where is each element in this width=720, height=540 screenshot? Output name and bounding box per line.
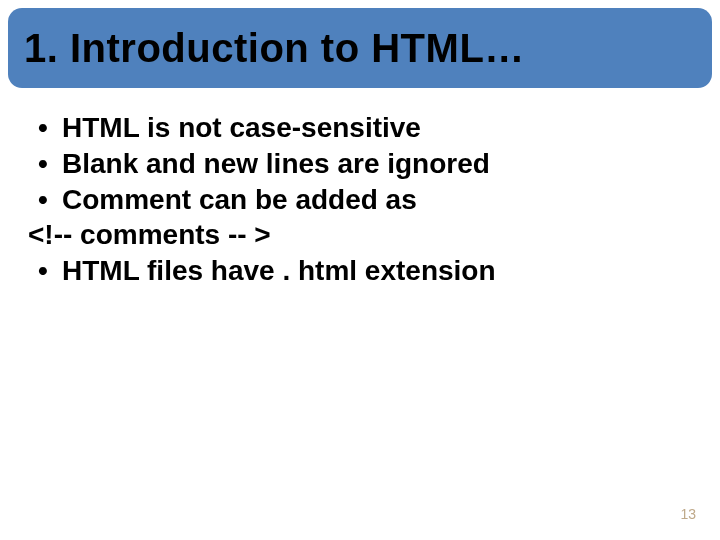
bullet-item: • Blank and new lines are ignored: [28, 146, 692, 182]
title-banner: 1. Introduction to HTML…: [8, 8, 712, 88]
bullet-text: HTML is not case-sensitive: [62, 110, 421, 146]
bullet-icon: •: [28, 146, 62, 182]
slide-title: 1. Introduction to HTML…: [24, 26, 525, 71]
bullet-icon: •: [28, 182, 62, 218]
bullet-icon: •: [28, 253, 62, 289]
bullet-item: • HTML is not case-sensitive: [28, 110, 692, 146]
bullet-text: HTML files have . html extension: [62, 253, 496, 289]
comment-example-text: <!-- comments -- >: [28, 217, 271, 253]
comment-example: <!-- comments -- >: [28, 217, 692, 253]
bullet-text: Blank and new lines are ignored: [62, 146, 490, 182]
bullet-icon: •: [28, 110, 62, 146]
bullet-item: • HTML files have . html extension: [28, 253, 692, 289]
page-number: 13: [680, 506, 696, 522]
bullet-text: Comment can be added as: [62, 182, 417, 218]
slide-content: • HTML is not case-sensitive • Blank and…: [28, 110, 692, 289]
bullet-item: • Comment can be added as: [28, 182, 692, 218]
